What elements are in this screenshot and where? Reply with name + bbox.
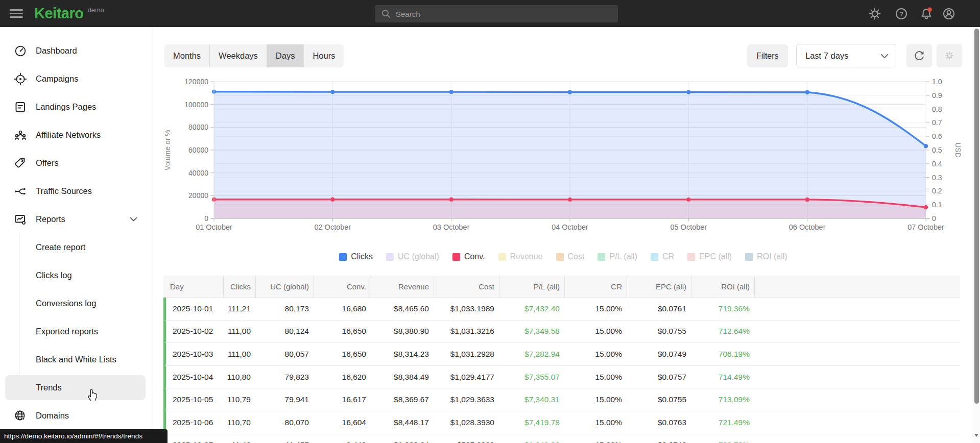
active-item-highlight: [5, 375, 146, 400]
legend-swatch: [498, 253, 506, 261]
trends-table: DayClicksUC (global)Conv.RevenueCostP/L …: [163, 276, 960, 443]
table-row[interactable]: 2025-10-02111,0080,12416,650$8,380.90$1,…: [163, 321, 960, 343]
cell-roi-all-: 706.19%: [691, 343, 754, 365]
filters-button[interactable]: Filters: [747, 44, 788, 67]
svg-text:05 October: 05 October: [670, 223, 707, 231]
menu-icon[interactable]: [10, 9, 23, 18]
sidebar-item-clicks-log[interactable]: Clicks log: [0, 261, 153, 289]
cell-cost: $1,028.3930: [434, 411, 499, 434]
legend-item-cr[interactable]: CR: [651, 252, 674, 261]
tab-months[interactable]: Months: [164, 44, 209, 67]
scrollbar-thumb[interactable]: [974, 29, 979, 404]
sidebar-item-trends[interactable]: Trends: [0, 374, 153, 402]
sidebar-item-campaigns[interactable]: Campaigns: [0, 65, 153, 93]
account-icon[interactable]: [942, 7, 955, 20]
legend-item-cost[interactable]: Cost: [556, 252, 585, 261]
cell-cr: 15.00%: [564, 321, 627, 343]
domains-icon: [14, 409, 27, 423]
scrollbar-down-arrow[interactable]: [974, 434, 978, 437]
cell-cost: $537.3929: [434, 434, 499, 443]
refresh-button[interactable]: [906, 44, 932, 67]
cell-cost: $1,029.3633: [434, 388, 499, 411]
column-header-clicks[interactable]: Clicks: [223, 276, 255, 297]
legend-item-roi-all-[interactable]: ROI (all): [745, 252, 787, 261]
refresh-icon: [914, 50, 925, 61]
brand-logo[interactable]: Keitaro: [34, 5, 83, 22]
reports-icon: [14, 213, 27, 226]
legend-item-epc-all-[interactable]: EPC (all): [687, 252, 732, 261]
legend-item-conv-[interactable]: Conv.: [452, 252, 485, 261]
cell-uc-global-: 80,124: [255, 321, 314, 343]
svg-text:0.7: 0.7: [932, 118, 942, 127]
sidebar-item-landings-pages[interactable]: Landings Pages: [0, 93, 153, 121]
date-range-select[interactable]: Last 7 days: [796, 44, 896, 67]
cell-roi-all-: 712.64%: [691, 321, 754, 343]
chart-settings-button[interactable]: [937, 44, 962, 67]
sidebar-item-label: Offers: [36, 158, 59, 168]
sidebar-item-label: Campaigns: [36, 74, 78, 84]
tab-hours[interactable]: Hours: [303, 44, 344, 67]
sidebar-item-black-and-white-lists[interactable]: Black and White Lists: [0, 346, 153, 374]
sidebar-item-conversions-log[interactable]: Conversions log: [0, 289, 153, 317]
sidebar-item-domains[interactable]: Domains: [0, 402, 153, 430]
column-header-revenue[interactable]: Revenue: [371, 276, 434, 297]
column-header-cost[interactable]: Cost: [434, 276, 499, 297]
cell-clicks: 11,40: [223, 434, 255, 443]
svg-text:1.0: 1.0: [932, 78, 942, 86]
svg-text:07 October: 07 October: [907, 223, 944, 231]
column-header-cr[interactable]: CR: [564, 276, 627, 297]
sidebar-item-affiliate-networks[interactable]: Affiliate Networks: [0, 121, 153, 149]
notifications-icon[interactable]: [920, 7, 933, 20]
svg-text:$: $: [21, 158, 23, 163]
column-header-conv-[interactable]: Conv.: [314, 276, 371, 297]
svg-text:01 October: 01 October: [196, 223, 232, 231]
legend-label: CR: [662, 252, 674, 261]
legend-label: UC (global): [398, 252, 439, 261]
svg-text:0.5: 0.5: [932, 146, 942, 154]
column-header-epc-all-[interactable]: EPC (all): [627, 276, 691, 297]
sidebar-item-traffic-sources[interactable]: Traffic Sources: [0, 177, 153, 205]
table-row[interactable]: 2025-10-06110,7080,07016,604$8,448.17$1,…: [163, 411, 960, 434]
cell-uc-global-: 79,823: [255, 366, 314, 388]
cell-revenue: $8,448.17: [371, 411, 434, 434]
tab-days[interactable]: Days: [267, 44, 304, 67]
page-scrollbar[interactable]: [973, 27, 980, 443]
legend-swatch: [452, 253, 460, 261]
table-row[interactable]: 2025-10-0711,4011,4572,443$1,233.34$537.…: [163, 434, 960, 443]
sidebar-item-reports[interactable]: Reports: [0, 205, 153, 233]
help-icon[interactable]: ?: [895, 7, 908, 20]
table-row[interactable]: 2025-10-03111,0080,05716,650$8,314.23$1,…: [163, 343, 960, 366]
cell-clicks: 111,00: [223, 321, 255, 343]
table-row[interactable]: 2025-10-01111,2180,17316,680$8,465.60$1,…: [163, 298, 960, 321]
svg-text:0.2: 0.2: [932, 187, 942, 195]
column-header-day[interactable]: Day: [163, 276, 223, 297]
legend-item-revenue[interactable]: Revenue: [498, 252, 543, 261]
legend-item-clicks[interactable]: Clicks: [339, 252, 373, 261]
table-row[interactable]: 2025-10-04110,8079,82316,620$8,384.49$1,…: [163, 366, 960, 389]
column-header-p-l-all-[interactable]: P/L (all): [499, 276, 564, 297]
cell-day: 2025-10-07: [166, 434, 223, 443]
search-input[interactable]: [396, 10, 600, 18]
svg-text:?: ?: [899, 10, 903, 18]
tab-weekdays[interactable]: Weekdays: [209, 44, 267, 67]
sidebar-item-exported-reports[interactable]: Exported reports: [0, 317, 153, 346]
cell-day: 2025-10-01: [166, 298, 223, 320]
date-range-value: Last 7 days: [805, 51, 848, 61]
search-box[interactable]: [375, 5, 618, 22]
settings-icon[interactable]: [868, 7, 881, 20]
sidebar-item-dashboard[interactable]: Dashboard: [0, 37, 153, 65]
legend-label: Cost: [568, 252, 585, 261]
table-row[interactable]: 2025-10-05110,7979,94116,617$8,369.67$1,…: [163, 388, 960, 411]
column-header-uc-global-[interactable]: UC (global): [255, 276, 314, 297]
legend-swatch: [339, 253, 347, 261]
cell-uc-global-: 80,057: [255, 343, 314, 365]
sidebar-item-create-report[interactable]: Create report: [0, 233, 153, 261]
column-header-roi-all-[interactable]: ROI (all): [691, 276, 754, 297]
sidebar-item-label: Trends: [36, 383, 62, 392]
status-url-tooltip: https://demo.keitaro.io/admin/#!/trends/…: [0, 429, 168, 443]
cell-revenue: $8,369.67: [371, 388, 434, 411]
cell-clicks: 111,21: [223, 298, 255, 320]
legend-item-p-l-all-[interactable]: P/L (all): [597, 252, 637, 261]
sidebar-item-offers[interactable]: $Offers: [0, 149, 153, 177]
legend-item-uc-global-[interactable]: UC (global): [386, 252, 439, 261]
